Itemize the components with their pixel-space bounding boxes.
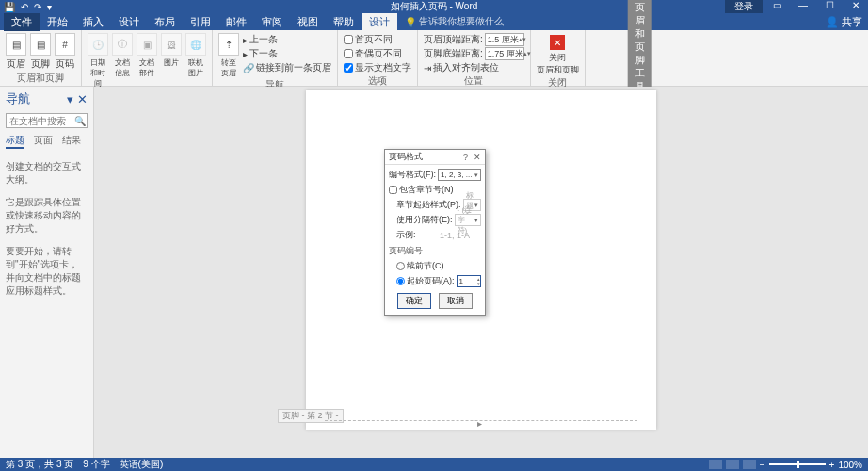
group-header-footer: 页眉和页脚 <box>6 72 75 85</box>
nav-hint3: 要要开始，请转到"开始"选项卡，并向文档中的标题应用标题样式。 <box>6 245 88 298</box>
continue-radio[interactable] <box>396 262 405 270</box>
titlebar: 💾 ↶ ↷ ▾ 页眉和页脚工具 如何插入页码 - Word 登录 ▭ — ☐ ✕ <box>0 0 868 13</box>
qat-more-icon[interactable]: ▾ <box>47 2 52 12</box>
navigation-pane: 导航▾ ✕ 🔍 标题 页面 结果 创建文档的交互式大纲。 它是跟踪具体位置或快速… <box>0 87 94 458</box>
ok-button[interactable]: 确定 <box>397 293 431 309</box>
tab-design[interactable]: 设计 <box>111 13 147 31</box>
separator-label: 使用分隔符(E): <box>396 214 453 226</box>
document-title: 如何插入页码 - Word <box>391 0 478 13</box>
tab-review[interactable]: 审阅 <box>254 13 290 31</box>
nav-next[interactable]: ▸ 下一条 <box>243 47 331 60</box>
close-hf-button[interactable]: ✕关闭 页眉和页脚 <box>537 33 579 76</box>
opt-odd-even[interactable]: 奇偶页不同 <box>344 47 411 60</box>
tab-references[interactable]: 引用 <box>183 13 218 31</box>
separator-combo: - (连字符)▾ <box>455 214 482 226</box>
pagenum-button[interactable]: #页码 <box>55 33 75 71</box>
insert-align-tab[interactable]: ⇥ 插入对齐制表位 <box>424 61 524 74</box>
qat-undo-icon[interactable]: ↶ <box>21 2 28 12</box>
group-position: 位置 <box>424 74 524 88</box>
view-web-icon[interactable] <box>743 460 756 469</box>
opt-show-doc[interactable]: 显示文档文字 <box>344 61 411 74</box>
tab-layout[interactable]: 布局 <box>147 13 183 31</box>
docparts-button[interactable]: ▣文档部件 <box>137 33 157 78</box>
status-bar: 第 3 页，共 3 页 9 个字 英语(美国) − + 100% <box>0 458 868 471</box>
tab-home[interactable]: 开始 <box>40 13 75 31</box>
tab-mailings[interactable]: 邮件 <box>218 13 254 31</box>
tab-insert[interactable]: 插入 <box>75 13 111 31</box>
nav-hint1: 创建文档的交互式大纲。 <box>6 160 88 187</box>
qat-redo-icon[interactable]: ↷ <box>34 2 41 12</box>
zoom-out-icon[interactable]: − <box>760 460 765 470</box>
start-at-spinner[interactable]: 1▴▾ <box>457 275 481 287</box>
search-icon[interactable]: 🔍 <box>73 116 87 126</box>
format-combo[interactable]: 1, 2, 3, ...▾ <box>438 169 481 181</box>
example-label: 示例: <box>396 229 438 241</box>
status-page[interactable]: 第 3 页，共 3 页 <box>6 458 73 471</box>
format-label: 编号格式(F): <box>389 169 436 181</box>
status-lang[interactable]: 英语(美国) <box>120 458 164 471</box>
ribbon: ▤页眉 ▤页脚 #页码 页眉和页脚 🕒日期和时间 ⓘ文档信息 ▣文档部件 🖼图片… <box>0 30 868 87</box>
bulb-icon: 💡 <box>405 17 416 27</box>
nav-prev[interactable]: ▸ 上一条 <box>243 33 331 46</box>
nav-tab-headings[interactable]: 标题 <box>6 134 24 149</box>
opt-first-diff[interactable]: 首页不同 <box>344 33 411 46</box>
goto-header-button[interactable]: ⇡转至页眉 <box>218 33 239 78</box>
maximize-icon[interactable]: ☐ <box>817 0 842 13</box>
footer-button[interactable]: ▤页脚 <box>30 33 51 71</box>
tab-hf-design[interactable]: 设计 <box>362 13 397 31</box>
page-number-format-dialog: 页码格式 ?✕ 编号格式(F): 1, 2, 3, ...▾ 包含章节号(N) … <box>384 149 486 316</box>
page-numbering-section: 页码编号 <box>389 245 481 257</box>
docinfo-button[interactable]: ⓘ文档信息 <box>112 33 133 78</box>
picture-button[interactable]: 🖼图片 <box>161 33 182 68</box>
dialog-title: 页码格式 <box>389 151 423 163</box>
ribbon-tabs: 文件 开始 插入 设计 布局 引用 邮件 审阅 视图 帮助 设计 💡告诉我你想要… <box>0 13 868 30</box>
example-value: 1-1, 1-A <box>440 231 470 240</box>
minimize-icon[interactable]: — <box>791 0 815 13</box>
start-at-label: 起始页码(A): <box>407 275 455 287</box>
zoom-in-icon[interactable]: + <box>829 460 835 470</box>
onlinepic-button[interactable]: 🌐联机图片 <box>185 33 206 78</box>
dialog-close-icon[interactable]: ✕ <box>474 153 481 162</box>
nav-dropdown-icon[interactable]: ▾ ✕ <box>67 92 88 106</box>
continue-label: 续前节(C) <box>407 260 444 272</box>
tell-me[interactable]: 💡告诉我你想要做什么 <box>405 15 504 28</box>
view-read-icon[interactable] <box>709 460 722 469</box>
header-distance[interactable]: 页眉顶端距离:1.5 厘米▴▾ <box>424 33 524 46</box>
zoom-slider[interactable] <box>769 463 826 465</box>
footer-distance[interactable]: 页脚底端距离:1.75 厘米▴▾ <box>424 47 524 60</box>
login-button[interactable]: 登录 <box>725 0 763 13</box>
datetime-button[interactable]: 🕒日期和时间 <box>88 33 108 89</box>
cursor-icon: ▸ <box>477 418 482 429</box>
nav-tab-pages[interactable]: 页面 <box>34 134 53 149</box>
nav-search[interactable]: 🔍 <box>6 113 88 128</box>
close-window-icon[interactable]: ✕ <box>844 0 868 13</box>
tab-file[interactable]: 文件 <box>4 13 40 31</box>
include-chapter-label: 包含章节号(N) <box>399 184 454 196</box>
cancel-button[interactable]: 取消 <box>439 293 473 309</box>
nav-hint2: 它是跟踪具体位置或快速移动内容的好方式。 <box>6 196 88 236</box>
nav-search-input[interactable] <box>7 116 73 126</box>
ribbon-options-icon[interactable]: ▭ <box>764 0 789 13</box>
status-words[interactable]: 9 个字 <box>83 458 109 471</box>
start-at-radio[interactable] <box>396 277 405 285</box>
nav-tab-results[interactable]: 结果 <box>62 134 81 149</box>
zoom-value[interactable]: 100% <box>838 460 862 470</box>
nav-title: 导航 <box>6 90 30 107</box>
contextual-tab-label: 页眉和页脚工具 <box>628 0 652 94</box>
tab-view[interactable]: 视图 <box>290 13 326 31</box>
dialog-help-icon[interactable]: ? <box>463 153 468 162</box>
view-print-icon[interactable] <box>726 460 739 469</box>
tab-help[interactable]: 帮助 <box>326 13 362 31</box>
share-button[interactable]: 👤 共享 <box>826 15 862 29</box>
include-chapter-checkbox[interactable] <box>389 186 397 194</box>
qat-save-icon[interactable]: 💾 <box>4 2 15 12</box>
header-button[interactable]: ▤页眉 <box>6 33 26 71</box>
chapter-start-label: 章节起始样式(P): <box>396 199 461 211</box>
group-options: 选项 <box>344 74 411 88</box>
nav-link-prev[interactable]: 🔗 链接到前一条页眉 <box>243 61 331 74</box>
